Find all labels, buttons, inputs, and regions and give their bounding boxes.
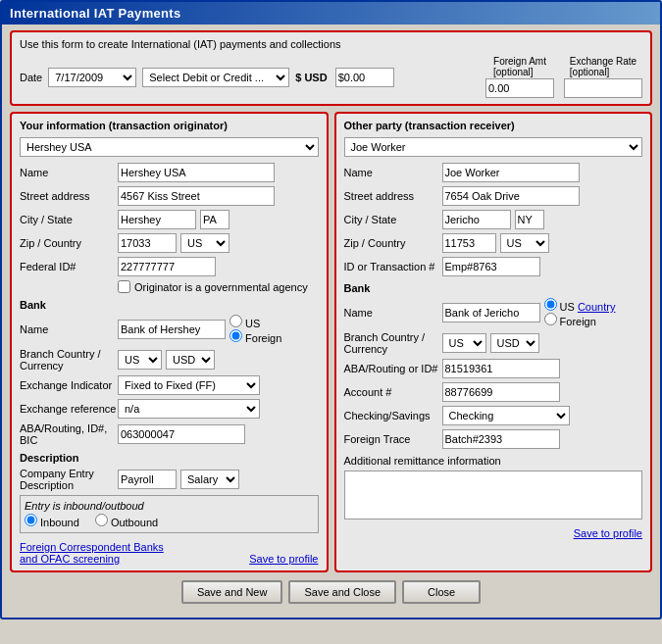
date-select[interactable]: 7/17/2009 (48, 68, 136, 87)
recv-aba-label: ABA/Routing or ID# (344, 363, 442, 374)
recv-branch-label: Branch Country / Currency (344, 331, 442, 355)
orig-name-label: Name (20, 167, 118, 178)
orig-state-input[interactable] (200, 210, 229, 229)
inbound-outbound-group: Entry is inbound/outboud Inbound Outboun… (20, 495, 319, 533)
orig-company-entry-input[interactable] (118, 470, 177, 489)
country-link[interactable]: Country (578, 301, 616, 313)
remittance-label: Additional remittance information (344, 455, 643, 467)
usd-input[interactable] (335, 68, 394, 87)
orig-exchange-ind-select[interactable]: Fixed to Fixed (FF) (118, 375, 260, 395)
inbound-radio[interactable] (25, 514, 37, 526)
recv-country-select[interactable]: US (500, 233, 549, 253)
orig-bank-foreign-radio[interactable] (229, 329, 242, 342)
correspondent-link[interactable]: Foreign Correspondent Banks and OFAC scr… (20, 541, 164, 565)
originator-dropdown[interactable]: Hershey USA (20, 137, 319, 157)
recv-id-input[interactable] (442, 257, 540, 276)
originator-title: Your information (transaction originator… (20, 120, 319, 131)
orig-federal-input[interactable] (118, 257, 216, 276)
orig-save-profile-link[interactable]: Save to profile (249, 553, 318, 565)
save-close-button[interactable]: Save and Close (288, 580, 396, 604)
receiver-panel: Other party (transaction receiver) Joe W… (334, 112, 653, 572)
orig-exchange-ref-label: Exchange reference (20, 403, 118, 415)
recv-street-label: Street address (344, 190, 442, 202)
orig-bank-name-input[interactable] (118, 320, 226, 339)
orig-city-input[interactable] (118, 210, 196, 229)
recv-city-input[interactable] (442, 210, 511, 229)
main-window: International IAT Payments Use this form… (0, 0, 662, 619)
save-new-button[interactable]: Save and New (181, 580, 283, 604)
recv-zip-label: Zip / Country (344, 237, 442, 249)
exchange-rate-label: Exchange Rate [optional] (570, 56, 637, 77)
gov-agency-row: Originator is a governmental agency (118, 280, 319, 293)
exchange-rate-input[interactable] (564, 78, 642, 98)
top-section: Use this form to create International (I… (10, 30, 652, 106)
orig-company-entry-select[interactable]: Salary (180, 470, 239, 489)
recv-id-label: ID or Transaction # (344, 261, 442, 272)
orig-company-entry-label: Company Entry Description (20, 468, 118, 491)
orig-bank-title: Bank (20, 299, 319, 311)
recv-aba-input[interactable] (442, 359, 560, 378)
recv-street-input[interactable] (442, 186, 580, 206)
inbound-outbound-label: Entry is inbound/outboud (25, 500, 314, 512)
usd-label: $ USD (295, 72, 327, 83)
recv-branch-country-select[interactable]: US (442, 333, 486, 353)
orig-city-label: City / State (20, 214, 118, 225)
orig-name-input[interactable] (118, 163, 275, 182)
recv-state-input[interactable] (515, 210, 544, 229)
inbound-label: Inbound (25, 514, 79, 528)
recv-checking-select[interactable]: Checking Savings (442, 406, 570, 425)
recv-account-input[interactable] (442, 382, 560, 402)
recv-account-label: Account # (344, 386, 442, 398)
recv-foreign-trace-input[interactable] (442, 429, 560, 449)
outbound-radio[interactable] (95, 514, 108, 526)
recv-city-label: City / State (344, 214, 442, 225)
title-bar: International IAT Payments (2, 2, 660, 25)
outbound-label: Outbound (95, 514, 158, 528)
recv-name-input[interactable] (442, 163, 580, 182)
recv-branch-currency-select[interactable]: USD (490, 333, 539, 353)
recv-bank-name-label: Name (344, 307, 442, 319)
orig-country-select[interactable]: US (180, 233, 229, 253)
debit-credit-select[interactable]: Select Debit or Credit ... (142, 68, 289, 87)
foreign-amt-input[interactable] (485, 78, 554, 98)
recv-checking-label: Checking/Savings (344, 410, 442, 421)
recv-foreign-trace-label: Foreign Trace (344, 433, 442, 445)
orig-street-input[interactable] (118, 186, 275, 206)
recv-bank-us-radio[interactable] (544, 298, 557, 311)
recv-bank-us-row: US Country (544, 298, 616, 313)
footer-buttons: Save and New Save and Close Close (10, 580, 652, 610)
orig-exchange-ind-label: Exchange Indicator (20, 379, 118, 391)
originator-panel: Your information (transaction originator… (10, 112, 329, 572)
receiver-dropdown[interactable]: Joe Worker (344, 137, 643, 157)
orig-aba-input[interactable] (118, 424, 245, 444)
recv-bank-title: Bank (344, 282, 643, 294)
recv-zip-input[interactable] (442, 233, 496, 253)
orig-aba-label: ABA/Routing, ID#, BIC (20, 422, 118, 446)
top-description: Use this form to create International (I… (20, 38, 642, 50)
recv-save-profile-link[interactable]: Save to profile (574, 527, 642, 539)
receiver-title: Other party (transaction receiver) (344, 120, 643, 131)
recv-bank-foreign-radio[interactable] (544, 313, 557, 325)
orig-branch-country-select[interactable]: US (118, 350, 162, 370)
orig-branch-label: Branch Country / Currency (20, 348, 118, 372)
orig-exchange-ref-select[interactable]: n/a (118, 399, 260, 419)
gov-agency-checkbox[interactable] (118, 280, 130, 293)
orig-federal-label: Federal ID# (20, 261, 118, 272)
orig-branch-currency-select[interactable]: USD (166, 350, 215, 370)
recv-bank-name-input[interactable] (442, 303, 540, 322)
orig-bank-us-label: US (229, 315, 281, 329)
date-label: Date (20, 72, 42, 83)
orig-zip-input[interactable] (118, 233, 177, 253)
remittance-textarea[interactable] (344, 471, 643, 520)
close-button[interactable]: Close (402, 580, 481, 604)
orig-desc-title: Description (20, 452, 319, 464)
orig-street-label: Street address (20, 190, 118, 202)
window-title: International IAT Payments (10, 6, 180, 21)
orig-bank-name-label: Name (20, 323, 118, 335)
gov-agency-label: Originator is a governmental agency (134, 281, 308, 293)
foreign-amt-label: Foreign Amt [optional] (493, 56, 546, 77)
recv-bank-foreign-row: Foreign (544, 313, 616, 327)
recv-name-label: Name (344, 167, 442, 178)
orig-bank-us-radio[interactable] (229, 315, 242, 327)
orig-zip-label: Zip / Country (20, 237, 118, 249)
